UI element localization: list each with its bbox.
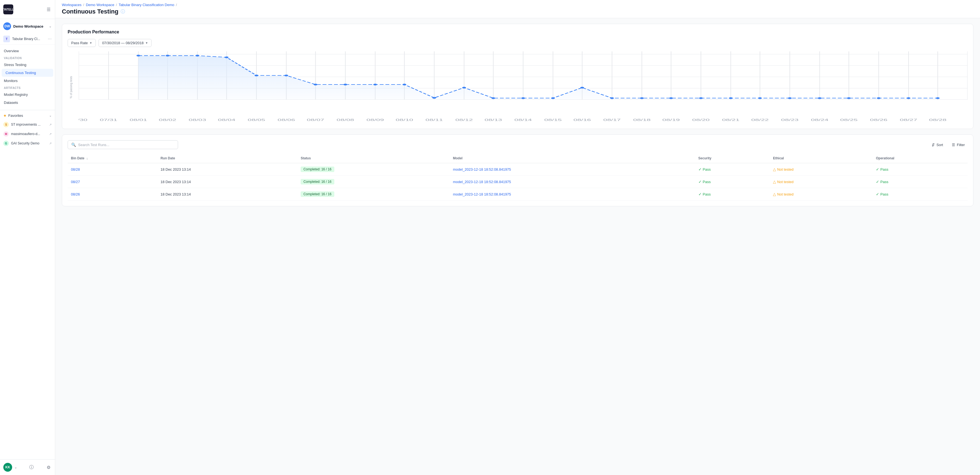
sort-button[interactable]: ⇵ Sort [929,141,946,148]
svg-text:08/18: 08/18 [633,118,651,121]
svg-point-43 [165,55,170,56]
col-operational: Operational [873,153,967,163]
cell-status-2: Completed: 16 / 16 [298,188,450,201]
bin-date-link-0[interactable]: 08/28 [71,167,80,172]
cell-status-1: Completed: 16 / 16 [298,175,450,188]
production-performance-card: Production Performance Pass Rate ▼ 07/30… [62,24,974,129]
star-icon: ★ [3,113,6,118]
cell-security-1: ✓ Pass [695,175,770,188]
breadcrumb-workspaces[interactable]: Workspaces [62,3,81,7]
svg-text:08/09: 08/09 [366,118,384,121]
svg-point-60 [669,97,673,99]
breadcrumb-demo[interactable]: Tabular Binary Classification Demo [119,3,175,7]
project-item[interactable]: T Tabular Binary Cl... ⋯ [0,33,55,45]
settings-icon[interactable]: ⚙ [46,464,52,471]
workspace-avatar: DW [3,22,11,30]
svg-text:08/14: 08/14 [514,118,532,121]
svg-text:08/24: 08/24 [811,118,828,121]
col-security: Security [695,153,770,163]
svg-point-58 [610,97,614,99]
date-range-dropdown[interactable]: 07/30/2018 — 08/29/2018 ▼ [99,39,151,47]
operational-badge-2: ✓ Pass [876,192,888,196]
svg-point-51 [402,84,406,85]
svg-text:08/28: 08/28 [929,118,946,121]
model-link-0[interactable]: model_2023-12-18 18:52:08.841975 [453,167,511,172]
favorite-item-st[interactable]: S ST improvements ... ↗ [0,120,55,129]
favorite-avatar-g: G [3,140,9,146]
favorite-item-g[interactable]: G GAI Security Demo ↗ [0,139,55,148]
favorite-item-m[interactable]: M massimoaufiero-d... ↗ [0,129,55,139]
svg-text:07/31: 07/31 [100,118,117,121]
metric-chevron-icon: ▼ [89,41,92,45]
svg-point-68 [907,97,910,99]
favorite-link-icon-st[interactable]: ↗ [49,123,52,126]
metric-dropdown[interactable]: Pass Rate ▼ [68,39,96,47]
search-filter-row: 🔍 ⇵ Sort ☰ Filter [68,140,967,149]
cell-status-0: Completed: 16 / 16 [298,163,450,175]
page-title: Continuous Testing [62,8,118,15]
sidebar-item-stress-testing[interactable]: Stress Testing [0,61,55,69]
breadcrumb: Workspaces / Demo Workspace / Tabular Bi… [62,3,974,7]
user-avatar-button[interactable]: KK [3,463,12,472]
cell-run-date-2: 18 Dec 2023 13:14 [157,188,298,201]
model-link-1[interactable]: model_2023-12-18 18:52:08.841975 [453,180,511,184]
table-body: 08/28 18 Dec 2023 13:14 Completed: 16 / … [68,163,967,201]
bin-date-link-2[interactable]: 08/26 [71,192,80,196]
search-input[interactable] [78,143,175,147]
sort-bin-date-icon: ↓ [86,156,88,160]
svg-text:08/03: 08/03 [189,118,206,121]
favorite-link-icon-m[interactable]: ↗ [49,132,52,136]
ethical-warning-icon-0: △ [773,167,776,172]
table-row: 08/26 18 Dec 2023 13:14 Completed: 16 / … [68,188,967,201]
security-check-icon-1: ✓ [698,180,702,184]
svg-text:08/06: 08/06 [277,118,295,121]
main-content: Workspaces / Demo Workspace / Tabular Bi… [55,0,980,475]
user-chevron-icon[interactable]: ⌄ [14,465,17,469]
operational-badge-1: ✓ Pass [876,180,888,184]
col-bin-date[interactable]: Bin Date ↓ [68,153,157,163]
project-more-icon[interactable]: ⋯ [48,37,52,41]
info-icon[interactable]: ⓘ [121,9,125,14]
workspace-name: Demo Workspace [13,24,47,29]
sidebar: ROBUST INTELLIGENCE ☰ DW Demo Workspace … [0,0,55,475]
sidebar-item-datasets[interactable]: Datasets [0,99,55,107]
favorite-avatar-m: M [3,131,9,137]
col-ethical: Ethical [770,153,873,163]
sidebar-item-overview[interactable]: Overview [0,47,55,55]
svg-text:07/30: 07/30 [79,118,88,121]
bin-date-link-1[interactable]: 08/27 [71,180,80,184]
breadcrumb-demo-workspace[interactable]: Demo Workspace [86,3,114,7]
svg-text:08/27: 08/27 [900,118,917,121]
table-wrapper: Bin Date ↓ Run Date Status Model [68,153,967,201]
project-avatar: T [3,36,10,42]
security-badge-2: ✓ Pass [698,192,711,196]
svg-text:08/21: 08/21 [722,118,739,121]
logo-icon: ROBUST INTELLIGENCE [3,5,13,14]
sidebar-item-monitors[interactable]: Monitors [0,77,55,85]
sidebar-item-model-registry[interactable]: Model Registry [0,91,55,99]
ethical-badge-1: △ Not tested [773,180,793,184]
chart-card-title: Production Performance [68,30,967,35]
security-check-icon-2: ✓ [698,192,702,196]
cell-security-2: ✓ Pass [695,188,770,201]
cell-ethical-0: △ Not tested [770,163,873,175]
svg-text:08/16: 08/16 [573,118,591,121]
search-icon: 🔍 [71,142,76,147]
help-icon[interactable]: ⓘ [28,464,35,472]
workspace-selector[interactable]: DW Demo Workspace ⌄ [0,19,55,33]
favorite-link-icon-g[interactable]: ↗ [49,142,52,145]
svg-point-44 [196,55,199,56]
workspace-chevron-icon: ⌄ [49,24,52,28]
favorites-toggle[interactable]: ★ Favorites ⌄ [0,111,55,120]
svg-point-45 [225,56,229,58]
sidebar-collapse-button[interactable]: ☰ [46,6,52,13]
svg-point-67 [877,97,881,99]
validation-label: VALIDATION [0,55,55,61]
sidebar-item-continuous-testing[interactable]: Continuous Testing [2,69,53,77]
cell-bin-date-2: 08/26 [68,188,157,201]
svg-text:08/25: 08/25 [840,118,858,121]
svg-point-61 [699,97,703,99]
model-link-2[interactable]: model_2023-12-18 18:52:08.841975 [453,192,511,196]
cell-security-0: ✓ Pass [695,163,770,175]
filter-button[interactable]: ☰ Filter [949,141,967,148]
